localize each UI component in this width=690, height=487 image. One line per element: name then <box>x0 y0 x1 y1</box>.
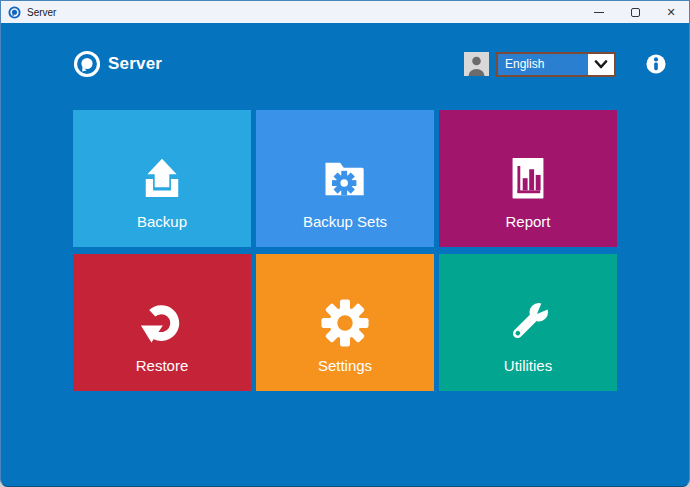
app-logo-icon <box>8 6 21 19</box>
minimize-button[interactable] <box>581 1 617 23</box>
titlebar: Server ✕ <box>1 1 689 23</box>
tile-report[interactable]: Report <box>439 110 617 247</box>
brand-logo-icon <box>73 50 101 78</box>
language-dropdown[interactable]: English <box>496 52 616 77</box>
tile-label: Report <box>505 213 550 230</box>
gear-icon <box>316 296 374 350</box>
info-button[interactable] <box>646 54 666 74</box>
maximize-button[interactable] <box>617 1 653 23</box>
restore-arrow-icon <box>136 296 188 350</box>
tile-backup[interactable]: Backup <box>73 110 251 247</box>
tile-label: Utilities <box>504 357 552 374</box>
folder-gear-icon <box>317 152 373 206</box>
tile-label: Settings <box>318 357 372 374</box>
tile-utilities[interactable]: Utilities <box>439 254 617 391</box>
maximize-icon <box>631 8 640 17</box>
tile-restore[interactable]: Restore <box>73 254 251 391</box>
chevron-down-icon <box>588 54 614 75</box>
minimize-icon <box>594 12 604 13</box>
app-header: Server English <box>1 49 689 79</box>
upload-icon <box>136 152 188 206</box>
close-icon: ✕ <box>666 7 675 18</box>
language-value: English <box>498 54 588 75</box>
tile-label: Restore <box>136 357 189 374</box>
header-right: English <box>464 50 666 78</box>
info-icon <box>646 54 666 74</box>
app-window: Server ✕ Server <box>0 0 690 487</box>
brand: Server <box>73 49 162 79</box>
tile-settings[interactable]: Settings <box>256 254 434 391</box>
user-icon <box>464 52 489 76</box>
app-body: Server English <box>1 23 689 486</box>
tile-label: Backup <box>137 213 187 230</box>
close-button[interactable]: ✕ <box>653 1 689 23</box>
brand-name: Server <box>108 54 162 74</box>
wrench-icon <box>501 296 555 350</box>
window-title: Server <box>27 7 56 18</box>
tile-label: Backup Sets <box>303 213 387 230</box>
bar-chart-icon <box>502 152 554 206</box>
window-controls: ✕ <box>581 1 689 23</box>
tile-grid: Backup <box>73 110 617 391</box>
tile-backup-sets[interactable]: Backup Sets <box>256 110 434 247</box>
